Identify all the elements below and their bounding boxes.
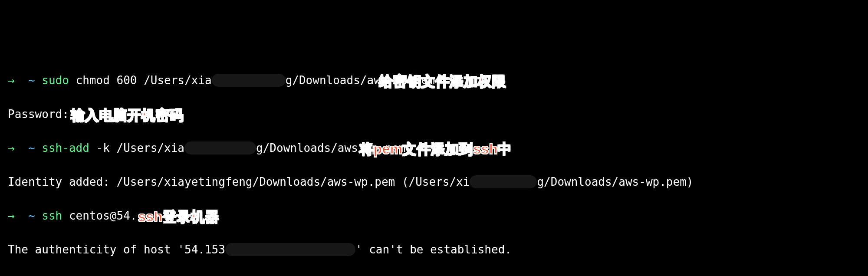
annotation-ssh: ssh登录机器 xyxy=(137,208,220,225)
command-sshadd: ssh-add xyxy=(42,141,89,154)
prompt-tilde: ~ xyxy=(28,141,35,154)
output-auth1: The authenticity of host '54.153 xyxy=(8,243,225,256)
prompt-tilde: ~ xyxy=(28,74,35,87)
terminal-line-1: → ~ sudo chmod 600 /Users/xiag/Downloads… xyxy=(8,72,860,89)
command-args: -k /Users/xia xyxy=(89,141,184,154)
prompt-arrow: → xyxy=(8,74,15,87)
prompt-arrow: → xyxy=(8,209,15,222)
command-ssh: ssh xyxy=(42,209,62,222)
command-sudo: sudo xyxy=(42,74,69,87)
terminal-line-4: Identity added: /Users/xiayetingfeng/Dow… xyxy=(8,174,860,191)
annotation-sshadd: 将pem文件添加到ssh中 xyxy=(359,141,512,158)
redaction-block xyxy=(212,74,286,87)
redaction-block xyxy=(470,175,537,188)
terminal-line-5: → ~ ssh centos@54.153.ssh登录机器 xyxy=(8,207,860,224)
prompt-arrow: → xyxy=(8,141,15,154)
terminal-line-6: The authenticity of host '54.153' can't … xyxy=(8,241,860,258)
password-prompt: Password: xyxy=(8,108,69,121)
redaction-block xyxy=(184,141,256,154)
output-identity1: Identity added: /Users/xiayetingfeng/Dow… xyxy=(8,175,470,188)
output-auth2: ' can't be established. xyxy=(355,243,512,256)
terminal-line-3: → ~ ssh-add -k /Users/xiag/Downloads/aws… xyxy=(8,140,860,157)
command-args: chmod 600 /Users/xia xyxy=(69,74,212,87)
annotation-password: 输入电脑开机密码 xyxy=(71,107,184,124)
annotation-chmod: 给密钥文件添加权限 xyxy=(379,73,506,90)
terminal-line-2: Password:输入电脑开机密码 xyxy=(8,106,860,123)
redaction-block xyxy=(225,243,355,256)
prompt-tilde: ~ xyxy=(28,209,35,222)
output-identity2: g/Downloads/aws-wp.pem) xyxy=(537,175,693,188)
